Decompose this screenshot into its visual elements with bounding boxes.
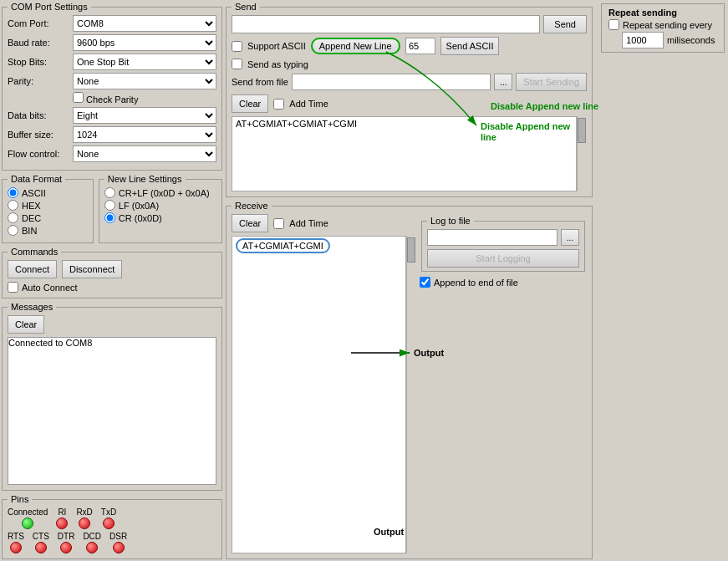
receive-clear-button[interactable]: Clear bbox=[232, 214, 268, 232]
pin-cts: CTS bbox=[33, 532, 49, 553]
receive-fieldset: Receive Clear Add Time AT+CGMIAT+C bbox=[226, 201, 593, 559]
com-port-select[interactable]: COM8 bbox=[73, 15, 216, 32]
send-clear-button[interactable]: Clear bbox=[232, 94, 268, 113]
baud-rate-label: Baud rate: bbox=[8, 38, 73, 48]
send-as-typing-check[interactable] bbox=[232, 59, 242, 69]
pins-row-2: RTS CTS DTR DCD bbox=[8, 532, 216, 553]
crlf-label: CR+LF (0x0D + 0x0A) bbox=[119, 188, 210, 198]
start-logging-button[interactable]: Start Logging bbox=[427, 249, 579, 268]
num-input[interactable] bbox=[405, 38, 435, 54]
bin-radio[interactable] bbox=[8, 225, 18, 236]
send-history-area: AT+CGMIAT+CGMIAT+CGMI bbox=[232, 116, 577, 191]
start-sending-button[interactable]: Start Sending bbox=[516, 73, 587, 91]
parity-select[interactable]: None bbox=[73, 73, 216, 89]
connect-button[interactable]: Connect bbox=[8, 260, 57, 278]
send-scrollbar-thumb[interactable] bbox=[578, 118, 586, 143]
log-file-input[interactable] bbox=[427, 229, 557, 246]
dec-radio[interactable] bbox=[8, 212, 18, 223]
com-port-fieldset: COM Port Settings Com Port: COM8 Baud ra… bbox=[2, 2, 222, 171]
log-file-browse-button[interactable]: ... bbox=[561, 229, 579, 246]
newline-fieldset: New Line Settings CR+LF (0x0D + 0x0A) LF… bbox=[99, 174, 222, 243]
commands-fieldset: Commands Connect Disconnect Auto Connect bbox=[2, 247, 222, 298]
receive-scrollbar-thumb[interactable] bbox=[407, 237, 415, 263]
check-parity-check[interactable]: Check Parity bbox=[73, 94, 138, 105]
led-ri bbox=[56, 518, 68, 529]
flow-control-select[interactable]: None bbox=[73, 145, 216, 162]
receive-output-text: AT+CGMIAT+CGMI bbox=[236, 238, 330, 253]
repeat-sending-check[interactable] bbox=[608, 19, 619, 30]
send-file-input[interactable] bbox=[292, 74, 491, 90]
repeat-sending-title: Repeat sending bbox=[608, 8, 717, 18]
bin-label: BIN bbox=[22, 226, 37, 236]
com-port-legend: COM Port Settings bbox=[8, 2, 91, 12]
send-ascii-button[interactable]: Send ASCII bbox=[440, 37, 500, 55]
send-file-browse-button[interactable]: ... bbox=[494, 74, 512, 90]
repeat-ms-label: miliseconds bbox=[667, 35, 715, 45]
ascii-radio[interactable] bbox=[8, 187, 18, 198]
cr-radio[interactable] bbox=[104, 212, 115, 223]
send-fieldset: Send AT+CGMI Send Support ASCII Append N… bbox=[226, 2, 593, 197]
pin-ri: RI bbox=[56, 507, 68, 529]
pin-txd: TxD bbox=[101, 507, 116, 529]
add-time-label: Add Time bbox=[289, 99, 328, 109]
send-as-typing-label: Send as typing bbox=[247, 59, 308, 69]
receive-scrollbar[interactable] bbox=[406, 236, 416, 553]
flow-control-label: Flow control: bbox=[8, 149, 73, 159]
append-to-file-label: Append to end of file bbox=[434, 278, 518, 288]
receive-add-time-label: Add Time bbox=[289, 218, 328, 228]
receive-legend: Receive bbox=[232, 201, 272, 211]
buffer-size-label: Buffer size: bbox=[8, 130, 73, 140]
commands-legend: Commands bbox=[8, 247, 61, 257]
lf-radio[interactable] bbox=[104, 200, 115, 211]
parity-label: Parity: bbox=[8, 76, 73, 86]
receive-area: AT+CGMIAT+CGMI bbox=[232, 236, 406, 553]
baud-rate-select[interactable]: 9600 bps bbox=[73, 34, 216, 51]
led-connected bbox=[22, 518, 33, 529]
browse-icon: ... bbox=[500, 78, 507, 87]
messages-legend: Messages bbox=[8, 302, 56, 312]
led-dsr bbox=[113, 542, 125, 553]
append-new-line-button[interactable]: Append New Line bbox=[311, 38, 400, 54]
support-ascii-check[interactable] bbox=[232, 41, 242, 52]
send-legend: Send bbox=[232, 2, 260, 12]
data-bits-label: Data bits: bbox=[8, 110, 73, 120]
append-annotation: Disable Append new line bbox=[491, 101, 598, 111]
auto-connect-check[interactable] bbox=[8, 282, 18, 293]
messages-textarea[interactable]: Connected to COM8 bbox=[8, 337, 216, 485]
repeat-sending-label: Repeat sending every bbox=[623, 20, 712, 30]
stop-bits-select[interactable]: One Stop Bit bbox=[73, 54, 216, 70]
send-history-text: AT+CGMIAT+CGMIAT+CGMI bbox=[236, 119, 357, 129]
pin-rts: RTS bbox=[8, 532, 24, 553]
buffer-size-select[interactable]: 1024 bbox=[73, 126, 216, 143]
crlf-radio[interactable] bbox=[104, 187, 115, 198]
auto-connect-label: Auto Connect bbox=[22, 283, 78, 293]
led-dcd bbox=[86, 542, 98, 553]
lf-label: LF (0x0A) bbox=[119, 201, 159, 211]
send-input[interactable]: AT+CGMI bbox=[232, 15, 540, 33]
pins-fieldset: Pins Connected RI RxD bbox=[2, 494, 222, 559]
add-time-check[interactable] bbox=[273, 99, 284, 110]
messages-clear-button[interactable]: Clear bbox=[8, 315, 44, 334]
ascii-label: ASCII bbox=[22, 188, 46, 198]
append-to-file-check[interactable] bbox=[420, 277, 430, 288]
led-txd bbox=[103, 518, 115, 529]
hex-radio[interactable] bbox=[8, 200, 18, 211]
send-from-file-label: Send from file bbox=[232, 77, 288, 87]
led-dtr bbox=[60, 542, 72, 553]
com-port-label: Com Port: bbox=[8, 18, 73, 28]
stop-bits-label: Stop Bits: bbox=[8, 57, 73, 67]
cr-label: CR (0x0D) bbox=[119, 213, 162, 223]
pin-dcd: DCD bbox=[83, 532, 101, 553]
repeat-sending-section: Repeat sending Repeat sending every mili… bbox=[601, 3, 725, 53]
send-scrollbar[interactable] bbox=[577, 116, 587, 191]
disconnect-button[interactable]: Disconnect bbox=[62, 260, 122, 278]
led-rts bbox=[10, 542, 22, 553]
data-format-legend: Data Format bbox=[8, 174, 65, 184]
newline-legend: New Line Settings bbox=[104, 174, 186, 184]
repeat-ms-input[interactable] bbox=[622, 32, 664, 48]
pins-row-1: Connected RI RxD TxD bbox=[8, 507, 216, 529]
data-bits-select[interactable]: Eight bbox=[73, 107, 216, 124]
send-button[interactable]: Send bbox=[543, 15, 587, 33]
receive-add-time-check[interactable] bbox=[273, 218, 284, 229]
hex-label: HEX bbox=[22, 201, 41, 211]
